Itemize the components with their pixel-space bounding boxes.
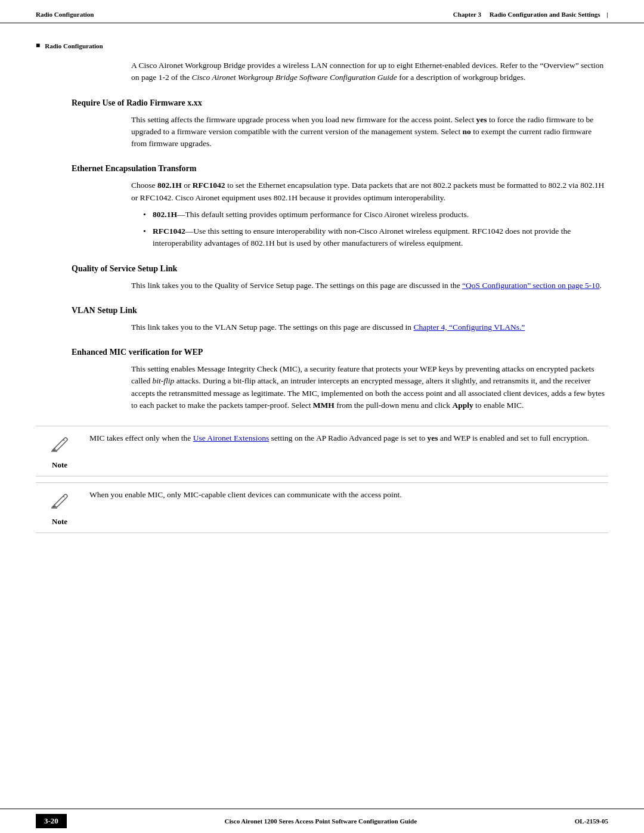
firmware-yes: yes [476,115,487,124]
header-right-text: Chapter 3 Radio Configuration and Basic … [453,11,608,18]
intro-text-after: for a description of workgroup bridges. [397,73,526,82]
section-body-firmware: This setting affects the firmware upgrad… [36,114,608,150]
mic-paragraph: This setting enables Message Integrity C… [131,363,608,411]
pencil-icon-1 [49,433,70,458]
firmware-no: no [463,127,471,136]
ethernet-bullets: 802.1H—This default setting provides opt… [131,209,608,250]
section-body-vlan: This link takes you to the VLAN Setup pa… [36,321,608,333]
section-heading-vlan: VLAN Setup Link [36,306,608,315]
qos-link[interactable]: “QoS Configuration” section on page 5-10 [462,281,600,290]
section-body-ethernet: Choose 802.1H or RFC1042 to set the Ethe… [36,179,608,249]
mic-mmh: MMH [313,401,335,410]
section-heading-ethernet: Ethernet Encapsulation Transform [36,164,608,174]
note-text-1: MIC takes effect only when the Use Airon… [83,432,608,444]
note-label-2: Note [52,517,67,527]
note-text-2: When you enable MIC, only MIC-capable cl… [83,489,608,501]
intro-section: A Cisco Aironet Workgroup Bridge provide… [36,60,608,84]
header-chapter: Chapter 3 [453,11,481,18]
main-content: ■ Radio Configuration A Cisco Aironet Wo… [0,23,644,551]
note1-link[interactable]: Use Aironet Extensions [193,433,270,442]
bullet-rfc1042: RFC1042—Use this setting to ensure inter… [143,225,608,250]
section-body-mic: This setting enables Message Integrity C… [36,363,608,411]
breadcrumb-bullet: ■ [36,41,40,50]
note-block-1: Note MIC takes effect only when the Use … [36,426,608,476]
pencil-icon-2 [49,490,70,515]
note-svg-2 [49,490,70,512]
section-heading-qos: Quality of Service Setup Link [36,264,608,274]
section-heading-firmware: Require Use of Radio Firmware x.xx [36,98,608,108]
footer-title: Cisco Aironet 1200 Seres Access Point So… [79,817,563,825]
eth-rfc: RFC1042 [193,181,225,190]
header-left-label: Radio Configuration [36,11,94,18]
vlan-paragraph: This link takes you to the VLAN Setup pa… [131,321,608,333]
note-svg-1 [49,433,70,455]
bullet-8021h: 802.1H—This default setting provides opt… [143,209,608,221]
header-section-title: Radio Configuration and Basic Settings [490,11,600,18]
note-label-1: Note [52,460,67,470]
footer-code: OL-2159-05 [575,817,608,825]
section-heading-mic: Enhanced MIC verification for WEP [36,348,608,357]
page: Radio Configuration Chapter 3 Radio Conf… [0,0,644,833]
qos-paragraph: This link takes you to the Quality of Se… [131,280,608,292]
note-icon-area-2: Note [36,489,83,527]
breadcrumb: ■ Radio Configuration [36,41,608,50]
note-block-2: Note When you enable MIC, only MIC-capab… [36,482,608,533]
footer-page-number: 3-20 [36,814,67,828]
ethernet-intro: Choose 802.1H or RFC1042 to set the Ethe… [131,179,608,204]
bullet-rfc-label: RFC1042 [153,227,185,236]
note1-yes: yes [428,433,438,442]
firmware-version: x.xx [187,98,202,107]
mic-apply: Apply [452,401,473,410]
section-body-qos: This link takes you to the Quality of Se… [36,280,608,292]
mic-bitflip: bit-flip [153,376,175,385]
intro-italic: Cisco Aironet Workgroup Bridge Software … [192,73,397,82]
breadcrumb-text: Radio Configuration [45,42,103,49]
page-footer: 3-20 Cisco Aironet 1200 Seres Access Poi… [0,809,644,833]
vlan-link[interactable]: Chapter 4, “Configuring VLANs.” [413,323,525,332]
note-icon-area-1: Note [36,432,83,470]
intro-paragraph: A Cisco Aironet Workgroup Bridge provide… [131,60,608,84]
page-header: Radio Configuration Chapter 3 Radio Conf… [0,0,644,23]
firmware-paragraph: This setting affects the firmware upgrad… [131,114,608,150]
bullet-8021h-label: 802.1H [153,210,177,219]
eth-802: 802.1H [157,181,182,190]
